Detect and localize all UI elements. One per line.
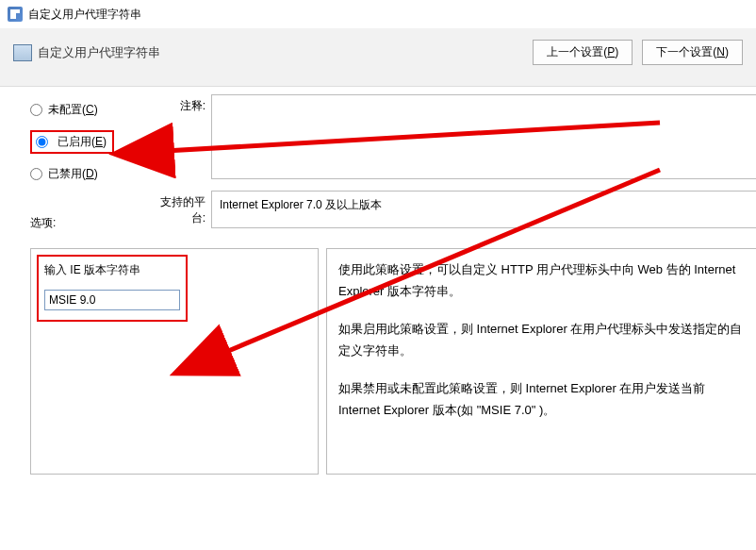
radio-disabled-label: 已禁用: [48, 167, 82, 180]
prev-setting-button[interactable]: 上一个设置(P): [533, 40, 633, 65]
comment-label: 注释:: [151, 94, 211, 179]
app-icon: [8, 7, 23, 22]
main-area: 注释: 支持的平台: Internet Explorer 7.0 及以上版本 未…: [0, 87, 756, 475]
radio-enabled-highlight: 已启用(E): [30, 130, 114, 154]
ie-version-label: 输入 IE 版本字符串: [44, 262, 180, 278]
radio-enabled-input[interactable]: [36, 136, 48, 148]
prev-accel: P: [607, 45, 615, 58]
ie-version-input[interactable]: [44, 290, 180, 310]
next-accel: N: [716, 45, 725, 58]
prev-setting-label: 上一个设置: [547, 45, 603, 58]
window-titlebar: 自定义用户代理字符串: [0, 0, 756, 28]
radio-enabled-accel: E: [95, 135, 103, 148]
comment-input[interactable]: [211, 94, 756, 179]
radio-not-configured-label: 未配置: [48, 103, 82, 116]
radio-enabled[interactable]: 已启用(E): [58, 134, 107, 150]
options-pane: 输入 IE 版本字符串: [30, 248, 319, 475]
radio-not-configured-accel: C: [86, 103, 94, 116]
help-pane: 使用此策略设置，可以自定义 HTTP 用户代理标头中向 Web 告的 Inter…: [326, 248, 756, 475]
options-highlight: 输入 IE 版本字符串: [37, 255, 188, 322]
radio-disabled-accel: D: [86, 167, 94, 180]
next-setting-label: 下一个设置: [656, 45, 713, 58]
platform-value: Internet Explorer 7.0 及以上版本: [211, 191, 756, 228]
next-setting-button[interactable]: 下一个设置(N): [642, 40, 743, 65]
radio-disabled-input[interactable]: [30, 168, 42, 180]
help-paragraph-1: 使用此策略设置，可以自定义 HTTP 用户代理标头中向 Web 告的 Inter…: [338, 258, 745, 303]
window-title: 自定义用户代理字符串: [28, 7, 141, 23]
help-paragraph-3: 如果禁用或未配置此策略设置，则 Internet Explorer 在用户发送当…: [338, 377, 745, 422]
platform-label: 支持的平台:: [151, 191, 211, 228]
header-bar: 自定义用户代理字符串 上一个设置(P) 下一个设置(N): [0, 28, 756, 87]
radio-not-configured-input[interactable]: [30, 104, 42, 116]
help-paragraph-2: 如果启用此策略设置，则 Internet Explorer 在用户代理标头中发送…: [338, 318, 745, 362]
policy-icon: [13, 44, 32, 61]
header-title: 自定义用户代理字符串: [38, 44, 160, 61]
radio-enabled-label: 已启用: [58, 135, 91, 148]
